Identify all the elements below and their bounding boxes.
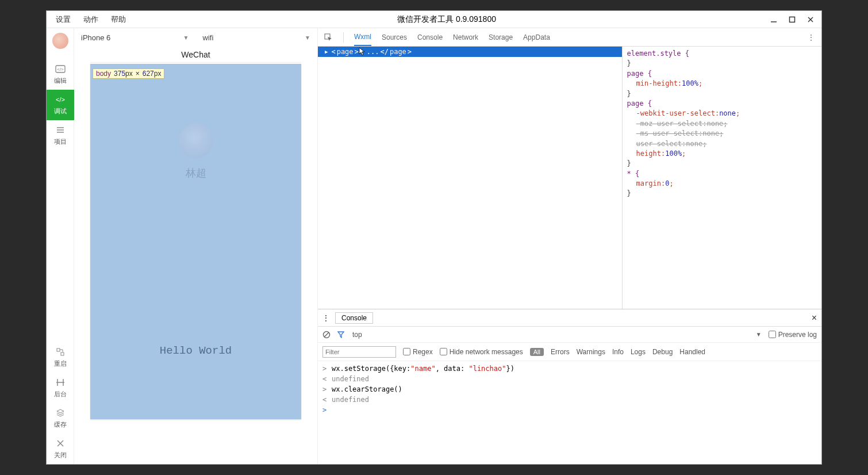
css-prop: height	[636, 150, 661, 158]
regex-label: Regex	[413, 348, 433, 356]
drawer-header: ⋮ Console ×	[318, 309, 821, 327]
left-rail: </> 编辑 </> 调试 项目 重启	[47, 28, 74, 464]
level-debug[interactable]: Debug	[652, 348, 673, 356]
level-handled[interactable]: Handled	[679, 348, 705, 356]
rail-debug[interactable]: </> 调试	[47, 90, 74, 120]
css-brace: }	[627, 159, 631, 167]
background-icon	[56, 377, 65, 388]
rail-project[interactable]: 项目	[47, 120, 74, 151]
level-warnings[interactable]: Warnings	[577, 348, 605, 356]
menu-actions[interactable]: 动作	[83, 14, 98, 25]
css-prop: margin	[636, 179, 661, 187]
rail-edit[interactable]: </> 编辑	[47, 59, 74, 90]
code-icon: </>	[55, 64, 66, 74]
preserve-log-label: Preserve log	[778, 331, 817, 339]
svg-rect-11	[61, 353, 64, 355]
tab-appdata[interactable]: AppData	[523, 28, 550, 46]
devtools-column: Wxml Sources Console Network Storage App…	[318, 28, 821, 464]
hide-network-check[interactable]: Hide network messages	[440, 348, 523, 356]
caret-right-icon[interactable]: ▶	[325, 49, 328, 55]
clear-icon[interactable]	[322, 331, 331, 339]
dim-width: 375	[114, 70, 125, 78]
rail-restart[interactable]: 重启	[47, 342, 74, 373]
menu-help[interactable]: 帮助	[111, 14, 126, 25]
context-value: top	[351, 331, 362, 339]
tab-network[interactable]: Network	[453, 28, 478, 46]
minimize-icon[interactable]	[767, 13, 780, 26]
css-val: none	[706, 120, 723, 128]
context-dropdown[interactable]: top	[351, 331, 362, 339]
simulator-wrap: body 375px × 627px 林超 Hello World	[74, 63, 317, 464]
css-selector: * {	[627, 170, 640, 178]
console-prompt[interactable]: >	[322, 405, 817, 415]
css-val: 0	[665, 179, 669, 187]
debug-icon: </>	[55, 94, 66, 105]
more-icon[interactable]: ⋮	[806, 33, 816, 42]
chevron-down-icon[interactable]: ▼	[756, 331, 762, 338]
avatar[interactable]	[52, 33, 68, 49]
console-output[interactable]: > wx.setStorage({key:"name", data: "linc…	[318, 361, 821, 464]
device-value: iPhone 6	[81, 33, 110, 42]
rail-background[interactable]: 后台	[47, 373, 74, 403]
devtools-panels: ▶ <page> ... </page> element.style { } p	[318, 47, 821, 309]
regex-check[interactable]: Regex	[403, 348, 433, 356]
preserve-log-check[interactable]: Preserve log	[769, 331, 817, 339]
network-dropdown[interactable]: wifi ▼	[196, 28, 318, 47]
level-all[interactable]: All	[530, 348, 544, 356]
c-text: })	[506, 365, 514, 373]
css-selector: page {	[627, 70, 652, 78]
tab-sources[interactable]: Sources	[382, 28, 407, 46]
c-string: "linchao"	[468, 365, 506, 373]
svg-text:</>: </>	[56, 96, 65, 103]
menu-settings[interactable]: 设置	[56, 14, 71, 25]
tree-tag-close: page	[390, 48, 406, 56]
tab-wxml[interactable]: Wxml	[354, 28, 371, 46]
dim-px2: px	[154, 70, 162, 78]
hide-network-checkbox[interactable]	[440, 348, 447, 355]
styles-pane[interactable]: element.style { } page { min-height:100%…	[622, 47, 821, 309]
c-undefined: undefined	[332, 394, 369, 405]
level-errors[interactable]: Errors	[551, 348, 570, 356]
regex-checkbox[interactable]	[403, 348, 410, 355]
css-prop: user-select	[636, 140, 682, 148]
level-logs[interactable]: Logs	[631, 348, 646, 356]
drawer-tab-console[interactable]: Console	[335, 312, 373, 324]
svg-rect-1	[790, 17, 795, 22]
filter-funnel-icon[interactable]	[337, 331, 344, 338]
simulator-screen[interactable]: body 375px × 627px 林超 Hello World	[90, 64, 301, 419]
simulator-column: iPhone 6 ▼ wifi ▼ WeChat body 375px × 62…	[74, 28, 318, 464]
rail-cache[interactable]: 缓存	[47, 403, 74, 434]
menu-bar: 设置 动作 帮助	[56, 14, 126, 25]
device-dropdown[interactable]: iPhone 6 ▼	[74, 28, 196, 47]
close-icon[interactable]	[804, 13, 817, 26]
tab-console[interactable]: Console	[417, 28, 443, 46]
wxml-tree[interactable]: ▶ <page> ... </page>	[318, 47, 622, 309]
console-drawer: ⋮ Console × top ▼	[318, 309, 821, 464]
project-icon	[56, 125, 65, 135]
css-prop: min-height	[636, 79, 678, 87]
svg-rect-10	[57, 348, 60, 351]
tab-storage[interactable]: Storage	[489, 28, 513, 46]
rail-close[interactable]: 关闭	[47, 434, 74, 464]
svg-text:</>: </>	[57, 67, 64, 72]
restart-icon	[56, 347, 65, 357]
window-controls	[767, 13, 817, 26]
rail-restart-label: 重启	[54, 359, 67, 368]
tree-row[interactable]: ▶ <page> ... </page>	[318, 47, 622, 57]
svg-line-19	[324, 332, 329, 337]
inspect-icon[interactable]	[324, 33, 333, 42]
level-info[interactable]: Info	[612, 348, 624, 356]
css-brace: }	[627, 90, 631, 98]
css-val: none	[686, 140, 702, 148]
dim-element: body	[96, 70, 111, 78]
maximize-icon[interactable]	[786, 13, 798, 26]
preserve-log-checkbox[interactable]	[769, 331, 776, 338]
rail-cache-label: 缓存	[54, 420, 67, 429]
filter-input[interactable]	[322, 346, 396, 358]
drawer-menu-icon[interactable]: ⋮	[322, 314, 329, 322]
chevron-down-icon: ▼	[305, 35, 310, 41]
rail-debug-label: 调试	[54, 107, 67, 116]
css-val: none	[702, 129, 719, 137]
hello-text: Hello World	[160, 344, 232, 357]
drawer-close-icon[interactable]: ×	[812, 313, 817, 323]
